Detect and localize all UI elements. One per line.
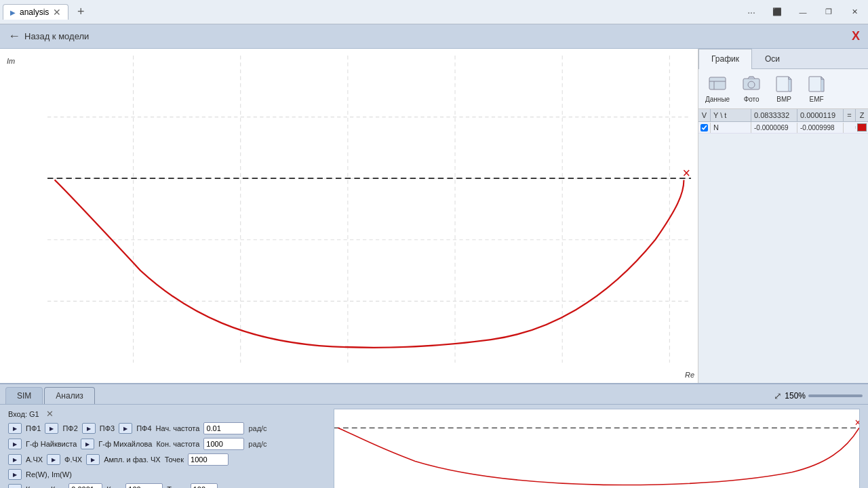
minimize-button[interactable]: — [792, 4, 814, 20]
data-button[interactable]: Данные [705, 75, 730, 103]
emf-label: EMF [810, 96, 824, 103]
pf3-play-button[interactable]: ▶ [82, 423, 96, 434]
pf4-play-button[interactable]: ▶ [119, 423, 132, 434]
mini-nyquist-chart: ✕ [334, 409, 859, 488]
pf4-label: ПФ4 [136, 424, 151, 432]
pf3-label: ПФ3 [100, 424, 115, 432]
mikhailov-label: Г-ф Михайлова [98, 440, 152, 448]
ampl-faz-play-button[interactable]: ▶ [86, 454, 100, 465]
restore-button[interactable]: ❐ [818, 4, 840, 20]
color-swatch[interactable] [857, 123, 867, 131]
backbar-close-button[interactable]: X [852, 29, 860, 43]
header-v: V [698, 109, 711, 121]
zoom-icon[interactable]: ⤢ [774, 390, 782, 401]
input-close-button[interactable]: ✕ [46, 409, 54, 419]
right-panel: График Оси Данные Фото BMP [698, 49, 868, 383]
menu-dots-button[interactable]: ··· [741, 4, 762, 20]
back-label: Назад к модели [24, 31, 89, 41]
zoom-level-label: 150% [785, 391, 806, 401]
window-controls: ··· ⬛ — ❐ ✕ [741, 4, 865, 20]
back-arrow-icon: ← [8, 29, 20, 43]
bmp-icon [773, 75, 795, 94]
points2-input[interactable] [191, 483, 218, 488]
row-color[interactable] [856, 122, 868, 133]
pf1-label: ПФ1 [26, 424, 41, 432]
chart-canvas: Im 0.02 0 -0.02 -0.04 -0. [47, 56, 691, 363]
k-to-input[interactable] [125, 483, 163, 488]
tab-sim[interactable]: SIM [5, 387, 43, 404]
input-label: Вход: G1 [8, 410, 39, 418]
row-v1: -0.0000069 [751, 123, 797, 133]
k-from-input[interactable] [68, 483, 102, 488]
bottom-panel: SIM Анализ ⤢ 150% Вход: G1 ✕ ▶ ПФ1 ▶ ПФ2… [0, 383, 868, 488]
header-x2: 0.0000119 [797, 109, 844, 121]
titlebar: ▶ analysis ✕ + ··· ⬛ — ❐ ✕ [0, 0, 868, 24]
bottom-content: Вход: G1 ✕ ▶ ПФ1 ▶ ПФ2 ▶ ПФ3 ▶ ПФ4 Нач. … [0, 405, 868, 488]
zoom-slider[interactable] [808, 394, 863, 397]
tab-axes[interactable]: Оси [752, 49, 793, 68]
data-label: Данные [705, 96, 730, 103]
nyquist-play-button[interactable]: ▶ [8, 439, 22, 449]
reim-play-button[interactable]: ▶ [8, 469, 22, 480]
input-row: Вход: G1 ✕ [8, 409, 320, 419]
photo-button[interactable]: Фото [741, 75, 762, 103]
photo-icon [741, 75, 762, 94]
bmp-label: BMP [776, 96, 791, 103]
row-checkbox[interactable] [698, 123, 711, 133]
nyquist-label: Г-ф Найквиста [26, 440, 77, 448]
svg-rect-31 [809, 77, 821, 92]
header-eq: = [844, 109, 856, 121]
svg-text:✕: ✕ [854, 418, 859, 428]
panel-icons: Данные Фото BMP EMF [698, 69, 868, 109]
points-label: Точек [165, 455, 184, 464]
photo-label: Фото [744, 96, 760, 103]
header-yt: Y \ t [711, 109, 751, 121]
add-tab-button[interactable]: + [73, 4, 89, 20]
roots-label: Корни [26, 485, 47, 488]
bmp-button[interactable]: BMP [773, 75, 795, 103]
reim-label: Re(W), Im(W) [26, 470, 72, 479]
data-row-n: N -0.0000069 -0.0009998 [698, 122, 868, 134]
bottom-mini-chart: ✕ [334, 409, 860, 488]
tab-graph[interactable]: График [698, 49, 752, 69]
pf1-play-button[interactable]: ▶ [8, 423, 22, 434]
header-x1: 0.0833332 [751, 109, 797, 121]
tab-analysis[interactable]: Анализ [44, 387, 95, 404]
im-axis-label: Im [7, 57, 15, 65]
main-content: Im 0.02 0 -0.02 -0.04 -0. [0, 49, 868, 383]
panel-tabs: График Оси [698, 49, 868, 69]
row-eq [844, 126, 856, 129]
row-name: N [711, 122, 751, 133]
roots-play-button[interactable]: ▶ [8, 484, 22, 488]
pf-row: ▶ ПФ1 ▶ ПФ2 ▶ ПФ3 ▶ ПФ4 Нач. частота рад… [8, 422, 320, 434]
data-table-header: V Y \ t 0.0833332 0.0000119 = Z [698, 109, 868, 122]
backbar: ← Назад к модели X [0, 24, 868, 49]
re-axis-label: Re [685, 371, 694, 379]
window-close-button[interactable]: ✕ [844, 4, 865, 20]
fchx-play-button[interactable]: ▶ [47, 454, 60, 465]
svg-rect-23 [709, 77, 726, 89]
end-freq-input[interactable] [203, 438, 244, 450]
fchx-label: Ф.ЧХ [64, 455, 82, 464]
points-input[interactable] [188, 453, 229, 466]
start-freq-label: Нач. частота [156, 424, 200, 432]
achx-play-button[interactable]: ▶ [8, 454, 22, 465]
pf2-play-button[interactable]: ▶ [45, 423, 58, 434]
zoom-area: ⤢ 150% [774, 390, 863, 404]
bottom-tabs: SIM Анализ ⤢ 150% [0, 384, 868, 405]
start-freq-input[interactable] [203, 422, 244, 434]
back-button[interactable]: ← Назад к модели [8, 29, 89, 43]
chart-area: Im 0.02 0 -0.02 -0.04 -0. [0, 49, 698, 383]
points2-label: Точек [167, 485, 186, 488]
bottom-controls: Вход: G1 ✕ ▶ ПФ1 ▶ ПФ2 ▶ ПФ3 ▶ ПФ4 Нач. … [8, 409, 320, 488]
achx-label: А.ЧХ [26, 455, 43, 464]
nyquist-chart: 0.02 0 -0.02 -0.04 -0.06 1.19*10⁰ 0.01 0… [47, 56, 691, 363]
tab-icon: ▶ [10, 9, 16, 16]
k-from-label: К от [51, 485, 64, 488]
tab-close-button[interactable]: ✕ [53, 7, 61, 17]
screenshot-button[interactable]: ⬛ [766, 4, 788, 20]
analysis-tab[interactable]: ▶ analysis ✕ [3, 4, 68, 20]
header-z: Z [856, 109, 868, 121]
emf-button[interactable]: EMF [806, 75, 827, 103]
mikhailov-play-button[interactable]: ▶ [81, 439, 94, 449]
